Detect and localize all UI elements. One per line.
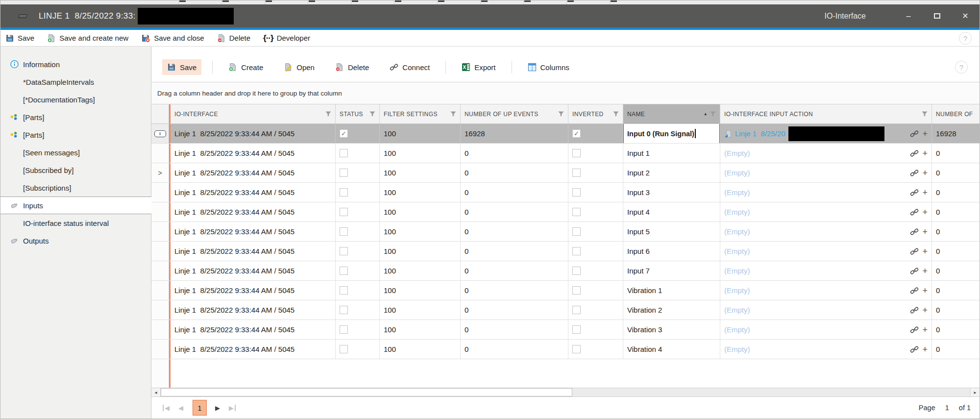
group-by-drop-zone[interactable]: Drag a column header and drop it here to…: [151, 82, 980, 104]
add-icon[interactable]: +: [922, 267, 928, 275]
status-checkbox[interactable]: [340, 188, 348, 197]
cell-number-of-up-events[interactable]: 0: [461, 340, 568, 359]
cell-io-interface-input-action[interactable]: (Empty)+: [720, 340, 932, 359]
cell-io-interface-input-action[interactable]: (Empty)+: [720, 281, 932, 300]
cell-filter-settings[interactable]: 100: [380, 144, 461, 163]
cell-number-of-up-events[interactable]: 0: [461, 144, 568, 163]
cell-inverted[interactable]: [568, 300, 623, 320]
inverted-checkbox[interactable]: [572, 345, 581, 353]
cell-filter-settings[interactable]: 100: [380, 202, 461, 222]
cell-status[interactable]: [336, 163, 380, 182]
link-icon[interactable]: [910, 326, 919, 334]
add-icon[interactable]: +: [922, 149, 928, 158]
cell-status[interactable]: ✓: [336, 124, 380, 143]
cell-filter-settings[interactable]: 100: [380, 261, 461, 280]
status-checkbox[interactable]: [340, 286, 348, 295]
cell-io-interface-input-action[interactable]: (Empty)+: [720, 222, 932, 241]
cell-io-interface-input-action[interactable]: (Empty)+: [720, 144, 932, 163]
cell-io-interface[interactable]: Linje 1 8/25/2022 9:33:44 AM / 5045: [169, 222, 336, 241]
cell-number-of-up-events[interactable]: 0: [461, 183, 568, 202]
cell-filter-settings[interactable]: 100: [380, 242, 461, 261]
inverted-checkbox[interactable]: [572, 325, 581, 334]
save-and-close-button[interactable]: Save and close: [141, 34, 204, 43]
add-icon[interactable]: +: [922, 286, 928, 295]
previous-page-button[interactable]: ◀: [175, 404, 187, 412]
cell-io-interface[interactable]: Linje 1 8/25/2022 9:33:44 AM / 5045: [169, 281, 336, 300]
cell-io-interface[interactable]: Linje 1 8/25/2022 9:33:44 AM / 5045: [169, 300, 336, 320]
link-icon[interactable]: [910, 247, 919, 255]
table-row[interactable]: Linje 1 8/25/2022 9:33:44 AM / 50451000I…: [151, 242, 980, 261]
cell-name[interactable]: Input 6: [623, 242, 720, 261]
cell-inverted[interactable]: [568, 320, 623, 339]
cell-number-of[interactable]: 0: [932, 202, 980, 222]
grid-help-button[interactable]: ?: [955, 61, 968, 74]
scroll-right-button[interactable]: ▸: [970, 388, 980, 396]
cell-name[interactable]: Input 2: [623, 163, 720, 182]
link-icon[interactable]: [910, 287, 919, 295]
add-icon[interactable]: +: [922, 169, 928, 177]
row-expand-icon[interactable]: >: [158, 169, 162, 177]
cell-number-of-up-events[interactable]: 16928: [461, 124, 568, 143]
add-icon[interactable]: +: [922, 325, 928, 334]
cell-io-interface-input-action[interactable]: (Empty)+: [720, 242, 932, 261]
table-row[interactable]: Linje 1 8/25/2022 9:33:44 AM / 50451000I…: [151, 222, 980, 242]
sidebar-item-io-interface-status-interval[interactable]: IO-interface status interval: [0, 214, 151, 232]
link-icon[interactable]: [910, 208, 919, 216]
cell-name[interactable]: Vibration 2: [623, 300, 720, 320]
table-row[interactable]: Linje 1 8/25/2022 9:33:44 AM / 50451000I…: [151, 144, 980, 163]
cell-io-interface[interactable]: Linje 1 8/25/2022 9:33:44 AM / 5045: [169, 242, 336, 261]
filter-icon[interactable]: [613, 111, 619, 117]
save-button[interactable]: Save: [5, 34, 34, 43]
table-row[interactable]: Linje 1 8/25/2022 9:33:44 AM / 50451000V…: [151, 281, 980, 300]
sidebar-item-subscribed-by[interactable]: [Subscribed by]: [0, 161, 151, 179]
cell-io-interface-input-action[interactable]: (Empty)+: [720, 163, 932, 182]
cell-number-of-up-events[interactable]: 0: [461, 242, 568, 261]
cell-inverted[interactable]: [568, 281, 623, 300]
status-checkbox[interactable]: [340, 169, 348, 177]
cell-io-interface[interactable]: Linje 1 8/25/2022 9:33:44 AM / 5045: [169, 261, 336, 280]
add-icon[interactable]: +: [922, 345, 928, 354]
cell-number-of-up-events[interactable]: 0: [461, 202, 568, 222]
sidebar-item-inputs[interactable]: Inputs: [0, 197, 151, 214]
link-icon[interactable]: [910, 306, 919, 314]
cell-number-of-up-events[interactable]: 0: [461, 320, 568, 339]
cell-status[interactable]: [336, 300, 380, 320]
table-row[interactable]: >Linje 1 8/25/2022 9:33:44 AM / 50451000…: [151, 163, 980, 183]
cell-io-interface[interactable]: Linje 1 8/25/2022 9:33:44 AM / 5045: [169, 124, 336, 143]
help-button[interactable]: ?: [959, 32, 972, 45]
filter-icon[interactable]: [325, 111, 331, 117]
inverted-checkbox[interactable]: [572, 227, 581, 236]
inverted-checkbox[interactable]: [572, 267, 581, 275]
link-icon[interactable]: [910, 345, 919, 353]
delete-button[interactable]: Delete: [217, 34, 250, 43]
filter-icon[interactable]: [922, 111, 928, 117]
cell-name[interactable]: Input 5: [623, 222, 720, 241]
scrollbar-thumb[interactable]: [161, 388, 572, 396]
inverted-checkbox[interactable]: [572, 188, 581, 197]
maximize-button[interactable]: [923, 4, 951, 27]
link-icon[interactable]: [910, 149, 919, 157]
filter-icon[interactable]: [558, 111, 564, 117]
cell-status[interactable]: [336, 340, 380, 359]
column-header-io-interface[interactable]: IO-INTERFACE: [169, 104, 336, 123]
column-header-inverted[interactable]: INVERTED: [568, 104, 623, 123]
grid-save-button[interactable]: Save: [162, 59, 201, 75]
add-icon[interactable]: +: [922, 208, 928, 217]
cell-io-interface-input-action[interactable]: (Empty)+: [720, 183, 932, 202]
cell-filter-settings[interactable]: 100: [380, 340, 461, 359]
cell-number-of[interactable]: 0: [932, 242, 980, 261]
sidebar-item-documentationtags[interactable]: [*DocumentationTags]: [0, 91, 151, 108]
cell-name[interactable]: Input 0 (Run Signal): [623, 124, 720, 143]
cell-number-of[interactable]: 0: [932, 222, 980, 241]
inverted-checkbox[interactable]: [572, 149, 581, 157]
cell-name[interactable]: Input 4: [623, 202, 720, 222]
cell-filter-settings[interactable]: 100: [380, 281, 461, 300]
status-checkbox[interactable]: [340, 306, 348, 314]
cell-inverted[interactable]: [568, 222, 623, 241]
cell-io-interface[interactable]: Linje 1 8/25/2022 9:33:44 AM / 5045: [169, 202, 336, 222]
sidebar-item-datasampleintervals[interactable]: *DataSampleIntervals: [0, 73, 151, 91]
cell-inverted[interactable]: [568, 340, 623, 359]
cell-number-of-up-events[interactable]: 0: [461, 222, 568, 241]
last-page-button[interactable]: ▶: [226, 404, 238, 412]
column-header-status[interactable]: STATUS: [336, 104, 380, 123]
